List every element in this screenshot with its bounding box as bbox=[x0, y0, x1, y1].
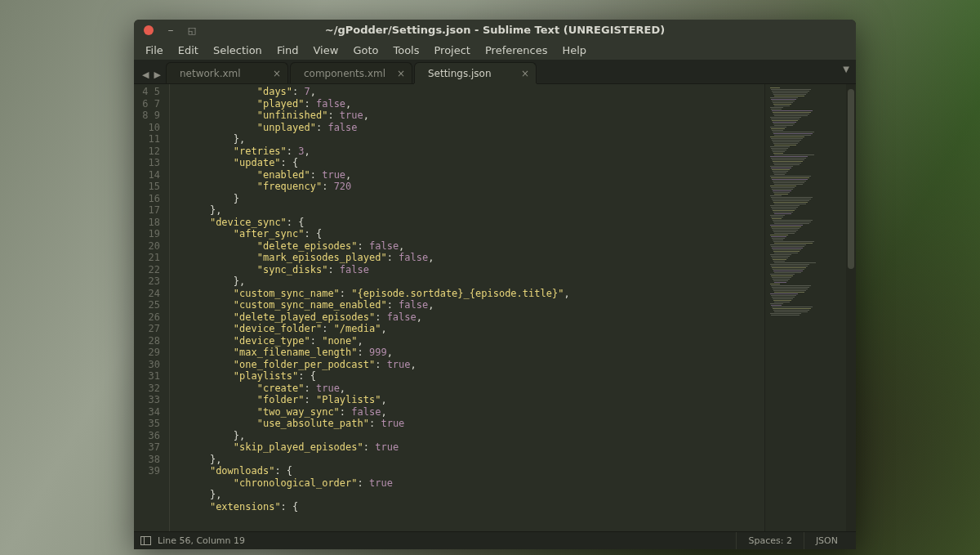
window-maximize-button[interactable]: ◱ bbox=[185, 25, 199, 35]
editor-window: – ◱ ~/gPodder/Settings.json - Sublime Te… bbox=[134, 20, 856, 549]
menu-item-view[interactable]: View bbox=[307, 42, 345, 59]
menu-item-goto[interactable]: Goto bbox=[346, 42, 385, 59]
menu-item-file[interactable]: File bbox=[139, 42, 170, 59]
tab-settings-json[interactable]: Settings.json× bbox=[414, 62, 537, 83]
menu-item-project[interactable]: Project bbox=[427, 42, 476, 59]
menu-item-help[interactable]: Help bbox=[555, 42, 593, 59]
menu-item-find[interactable]: Find bbox=[270, 42, 305, 59]
editor-area: 4 5 6 7 8 9 10 11 12 13 14 15 16 17 18 1… bbox=[134, 84, 856, 531]
titlebar[interactable]: – ◱ ~/gPodder/Settings.json - Sublime Te… bbox=[134, 20, 856, 40]
menu-item-preferences[interactable]: Preferences bbox=[479, 42, 554, 59]
tab-history-nav: ◀ ▶ bbox=[137, 69, 166, 83]
tab-close-icon[interactable]: × bbox=[521, 68, 529, 79]
scrollbar-thumb[interactable] bbox=[848, 89, 854, 269]
tab-label: Settings.json bbox=[428, 68, 492, 79]
tab-components-xml[interactable]: components.xml× bbox=[290, 62, 412, 83]
tab-close-icon[interactable]: × bbox=[273, 68, 281, 79]
sidebar-toggle-icon[interactable] bbox=[140, 536, 151, 545]
svg-rect-0 bbox=[141, 537, 151, 545]
minimap[interactable] bbox=[764, 84, 846, 531]
status-indent[interactable]: Spaces: 2 bbox=[736, 532, 803, 549]
tabbar: ◀ ▶ network.xml×components.xml×Settings.… bbox=[134, 60, 856, 84]
status-syntax[interactable]: JSON bbox=[804, 532, 849, 549]
window-close-button[interactable] bbox=[144, 25, 154, 35]
statusbar: Line 56, Column 19 Spaces: 2 JSON bbox=[134, 531, 856, 549]
tab-nav-forward-icon[interactable]: ▶ bbox=[154, 69, 160, 80]
menubar: FileEditSelectionFindViewGotoToolsProjec… bbox=[134, 40, 856, 60]
menu-item-edit[interactable]: Edit bbox=[172, 42, 205, 59]
window-title: ~/gPodder/Settings.json - Sublime Text (… bbox=[134, 24, 856, 36]
line-number-gutter[interactable]: 4 5 6 7 8 9 10 11 12 13 14 15 16 17 18 1… bbox=[134, 84, 167, 531]
fold-gutter[interactable] bbox=[167, 84, 178, 531]
tab-nav-back-icon[interactable]: ◀ bbox=[142, 69, 149, 80]
status-cursor-position[interactable]: Line 56, Column 19 bbox=[158, 535, 245, 546]
code-editor[interactable]: "days": 7, "played": false, "unfinished"… bbox=[178, 84, 764, 531]
tab-label: network.xml bbox=[180, 68, 241, 79]
menu-item-selection[interactable]: Selection bbox=[207, 42, 269, 59]
tab-label: components.xml bbox=[304, 68, 385, 79]
tab-close-icon[interactable]: × bbox=[397, 68, 405, 79]
window-minimize-button[interactable]: – bbox=[163, 25, 178, 35]
tab-overflow-icon[interactable]: ▼ bbox=[843, 65, 849, 74]
menu-item-tools[interactable]: Tools bbox=[386, 42, 425, 59]
tab-network-xml[interactable]: network.xml× bbox=[166, 62, 288, 83]
vertical-scrollbar[interactable] bbox=[846, 84, 856, 531]
